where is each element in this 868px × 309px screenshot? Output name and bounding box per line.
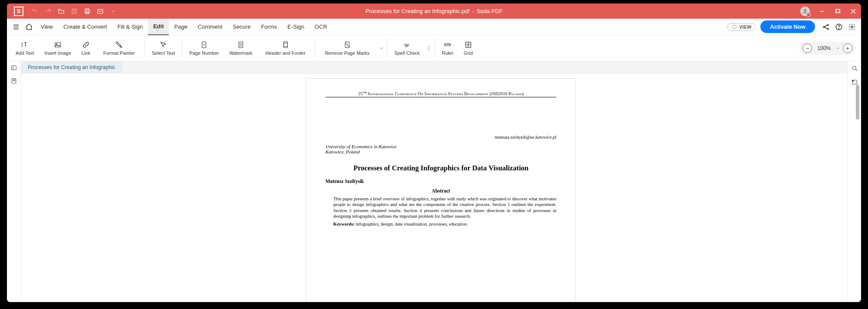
tool-spell-check[interactable]: ABC Spell Check xyxy=(389,35,425,61)
svg-text:#: # xyxy=(204,43,205,46)
affiliation-line: University of Economics in Katowice xyxy=(326,144,556,149)
tool-add-text[interactable]: Add Text xyxy=(10,35,39,61)
svg-line-36 xyxy=(346,43,349,47)
mail-icon[interactable] xyxy=(94,3,107,19)
conference-header: 25TH International Conference On Informa… xyxy=(326,91,556,97)
separator xyxy=(387,40,388,57)
separator xyxy=(145,40,145,57)
remove-marks-dropdown[interactable] xyxy=(378,46,385,51)
redo-icon[interactable] xyxy=(42,3,55,19)
spell-check-more[interactable]: ⋮ xyxy=(425,45,433,52)
title-separator: - xyxy=(472,8,474,14)
pdf-page: 25TH International Conference On Informa… xyxy=(306,79,575,242)
app-logo[interactable]: S xyxy=(14,7,23,16)
author-email: mateusz.szoltysik@ue.katowice.pl xyxy=(326,135,556,140)
tool-label: Ruler xyxy=(442,50,453,56)
tool-label: Spell Check xyxy=(395,50,420,56)
tool-page-number[interactable]: # Page Number xyxy=(184,35,224,61)
tool-label: Grid xyxy=(464,50,473,56)
app-name: Soda PDF xyxy=(477,8,503,14)
paper-title: Processes of Creating Infographics for D… xyxy=(326,164,556,173)
hamburger-icon[interactable] xyxy=(10,19,23,35)
tool-label: Watermark xyxy=(229,50,252,56)
svg-rect-32 xyxy=(283,42,287,48)
tool-format-painter[interactable]: Format Painter xyxy=(95,35,143,61)
svg-rect-23 xyxy=(55,42,60,47)
separator xyxy=(315,40,316,57)
menu-ocr[interactable]: OCR xyxy=(309,19,332,35)
home-icon[interactable] xyxy=(23,19,36,35)
tool-label: Add Text xyxy=(16,50,34,56)
separator xyxy=(434,40,435,57)
print-icon[interactable] xyxy=(81,3,94,19)
svg-rect-0 xyxy=(72,9,77,13)
tool-label: Link xyxy=(82,50,90,56)
undo-icon[interactable] xyxy=(29,3,42,19)
tool-label: Header and Footer xyxy=(266,50,306,56)
menu-create-convert[interactable]: Create & Convert xyxy=(58,19,112,35)
menu-view[interactable]: View xyxy=(36,19,58,35)
save-icon[interactable] xyxy=(68,3,81,19)
bookmark-icon[interactable] xyxy=(7,74,21,87)
svg-rect-48 xyxy=(12,79,16,83)
doc-filename: Processes for Creating an Infographic.pd… xyxy=(365,8,470,14)
svg-rect-46 xyxy=(12,66,16,70)
tool-insert-image[interactable]: Insert Image xyxy=(39,35,76,61)
menu-page[interactable]: Page xyxy=(169,19,192,35)
paper-author: Mateusz Szoltysik xyxy=(326,179,556,184)
abstract-heading: Abstract xyxy=(326,188,556,193)
document-tab[interactable]: Processes for Creating an Infographic xyxy=(21,61,122,73)
tool-label: Format Painter xyxy=(103,50,135,56)
panel-toggle-icon[interactable] xyxy=(7,61,21,74)
menu-forms[interactable]: Forms xyxy=(256,19,282,35)
tool-grid[interactable]: Grid xyxy=(459,35,478,61)
svg-text:ABC: ABC xyxy=(404,43,410,46)
quickbar-more-icon[interactable] xyxy=(107,3,120,19)
tool-header-footer[interactable]: Header and Footer xyxy=(258,35,313,61)
menu-secure[interactable]: Secure xyxy=(227,19,256,35)
tool-label: Select Text xyxy=(152,50,175,56)
separator xyxy=(182,40,182,57)
affiliation-line: Katowice, Poland xyxy=(326,149,556,154)
abstract-text: This paper presents a brief overview of … xyxy=(333,196,556,219)
tool-remove-page-marks[interactable]: Remove Page Marks xyxy=(317,35,378,61)
menu-esign[interactable]: E-Sign xyxy=(282,19,309,35)
svg-text:T: T xyxy=(164,41,166,44)
tool-watermark[interactable]: Watermark xyxy=(224,35,257,61)
keywords-line: Keywords: infographics, design, data vis… xyxy=(333,222,556,226)
menu-fill-sign[interactable]: Fill & Sign xyxy=(112,19,148,35)
tool-label: Insert Image xyxy=(45,50,71,56)
menu-comment[interactable]: Comment xyxy=(193,19,227,35)
tool-ruler[interactable]: Ruler xyxy=(437,35,458,61)
tool-label: Remove Page Marks xyxy=(325,50,370,56)
open-icon[interactable] xyxy=(55,3,68,19)
tool-select-text[interactable]: T Select Text xyxy=(147,35,181,61)
menu-edit[interactable]: Edit xyxy=(148,19,169,35)
tool-label: Page Number xyxy=(189,50,219,56)
tool-link[interactable]: Link xyxy=(76,35,95,61)
